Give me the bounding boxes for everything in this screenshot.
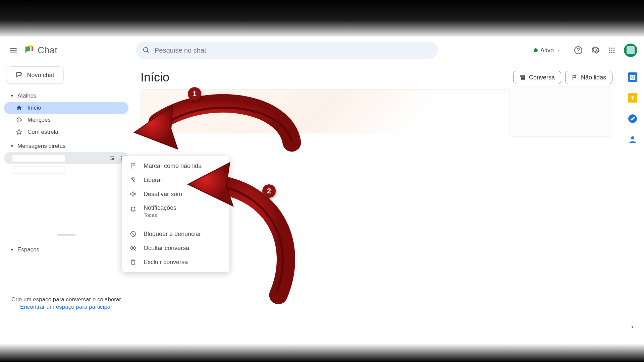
- sidebar-section-shortcuts: ▼ Atalhos Início Menções Com estrela: [4, 90, 128, 138]
- calendar-addon-button[interactable]: 31: [628, 72, 637, 82]
- sidebar-resize-handle[interactable]: [57, 234, 75, 236]
- main-menu-button[interactable]: [7, 44, 20, 57]
- avatar-image: [627, 46, 635, 54]
- ctx-block[interactable]: Bloquear e denunciar: [122, 227, 229, 241]
- contacts-addon-button[interactable]: [628, 135, 637, 144]
- presence-status-button[interactable]: Ativo: [529, 44, 566, 57]
- ctx-sublabel: Todas: [144, 212, 176, 218]
- ctx-mark-unread[interactable]: Marcar como não lida: [122, 159, 229, 173]
- help-button[interactable]: [574, 46, 583, 55]
- spaces-header[interactable]: ▼ Espaços: [4, 244, 128, 256]
- status-label: Ativo: [540, 47, 554, 54]
- sidebar: Novo chat ▼ Atalhos Início Menções: [0, 64, 132, 344]
- header-actions: Ativo: [529, 44, 637, 57]
- apps-grid-icon: [608, 47, 615, 54]
- sidebar-item-home[interactable]: Início: [4, 102, 128, 114]
- hide-icon: [129, 244, 137, 252]
- header: Chat Ativo: [0, 37, 644, 64]
- spaces-empty-text: Crie um espaço para conversar e colabora…: [11, 296, 121, 303]
- ctx-separator: [129, 224, 222, 224]
- filter-chips: Conversa Não lidas: [513, 71, 612, 84]
- gear-icon: [591, 46, 599, 55]
- ctx-label: Bloquear e denunciar: [144, 231, 201, 238]
- new-chat-button[interactable]: Novo chat: [6, 66, 64, 84]
- svg-rect-19: [521, 79, 525, 79]
- letterbox-top: [0, 0, 644, 37]
- sidebar-item-label: Início: [28, 105, 41, 111]
- spaces-empty-footer: Crie um espaço para conversar e colabora…: [0, 296, 132, 310]
- star-icon: [15, 128, 23, 136]
- mention-icon: [15, 116, 23, 124]
- svg-point-26: [631, 136, 634, 139]
- svg-point-10: [613, 52, 615, 53]
- block-icon: [129, 230, 137, 238]
- svg-point-5: [609, 50, 610, 51]
- chevron-down-icon: [556, 48, 561, 53]
- svg-point-2: [609, 48, 610, 49]
- ctx-notifications[interactable]: Notificações Todas: [122, 201, 229, 221]
- mute-icon: [129, 190, 137, 198]
- keep-icon: [628, 93, 637, 103]
- dm-context-menu: Marcar como não lida Liberar Desativar s…: [122, 156, 229, 272]
- trash-icon: [129, 258, 137, 266]
- collapse-triangle-icon: ▼: [10, 247, 14, 252]
- svg-rect-24: [632, 98, 633, 100]
- help-icon: [574, 46, 583, 55]
- shortcuts-title: Atalhos: [17, 93, 37, 99]
- ctx-hide[interactable]: Ocultar conversa: [122, 241, 229, 255]
- ctx-label: Notificações: [144, 204, 176, 212]
- thread-icon: [520, 74, 526, 80]
- unread-flag-icon: [572, 74, 578, 80]
- svg-point-11: [18, 119, 20, 121]
- popout-button[interactable]: [109, 155, 115, 161]
- sidebar-item-starred[interactable]: Com estrela: [4, 126, 128, 138]
- dms-header[interactable]: ▼ Mensagens diretas: [4, 140, 128, 152]
- search-icon: [143, 47, 150, 54]
- calendar-icon: 31: [628, 72, 637, 82]
- sidebar-item-mentions[interactable]: Menções: [4, 114, 128, 126]
- collapse-side-panel-button[interactable]: [629, 324, 636, 330]
- settings-button[interactable]: [590, 46, 600, 55]
- svg-rect-17: [521, 76, 525, 77]
- apps-button[interactable]: [607, 46, 616, 55]
- sidebar-item-label: Com estrela: [28, 129, 58, 135]
- svg-point-8: [609, 52, 610, 53]
- search-input[interactable]: [155, 47, 431, 54]
- dm-conversation-item[interactable]: [4, 152, 128, 164]
- svg-point-14: [121, 156, 122, 157]
- app-screen: Chat Ativo: [0, 37, 644, 344]
- chevron-right-icon: [629, 324, 636, 330]
- account-avatar[interactable]: [624, 44, 637, 57]
- dms-title: Mensagens diretas: [17, 143, 66, 149]
- search-bar[interactable]: [136, 42, 438, 59]
- tasks-addon-button[interactable]: [628, 114, 637, 123]
- shortcuts-header[interactable]: ▼ Atalhos: [4, 90, 128, 102]
- ctx-unpin[interactable]: Liberar: [122, 173, 229, 187]
- svg-rect-13: [112, 158, 114, 160]
- find-space-link[interactable]: Encontrar um espaço para participar: [7, 304, 126, 310]
- chip-label: Não lidas: [581, 74, 606, 81]
- page-title: Início: [141, 70, 169, 84]
- dm-item-redacted: [12, 166, 66, 174]
- collapse-triangle-icon: ▼: [10, 94, 14, 98]
- keep-addon-button[interactable]: [628, 93, 637, 103]
- ctx-delete[interactable]: Excluir conversa: [122, 255, 229, 269]
- ctx-label: Marcar como não lida: [144, 163, 202, 170]
- filter-chip-conversa[interactable]: Conversa: [513, 71, 561, 84]
- letterbox-bottom: [0, 344, 644, 362]
- app-logo: Chat: [23, 45, 57, 56]
- ctx-mute[interactable]: Desativar som: [122, 187, 229, 201]
- collapse-triangle-icon: ▼: [10, 144, 14, 148]
- app-name: Chat: [38, 45, 57, 56]
- svg-point-1: [578, 52, 579, 52]
- chip-label: Conversa: [529, 74, 555, 81]
- filter-chip-unread[interactable]: Não lidas: [565, 71, 612, 84]
- svg-text:31: 31: [631, 76, 635, 80]
- flag-icon: [129, 162, 137, 170]
- ctx-label: Liberar: [144, 177, 162, 184]
- svg-point-4: [613, 48, 615, 49]
- bell-icon: [129, 205, 137, 213]
- svg-point-23: [632, 96, 634, 98]
- side-panel-rail: 31: [621, 66, 644, 344]
- dm-contact-name-redacted: [12, 155, 66, 162]
